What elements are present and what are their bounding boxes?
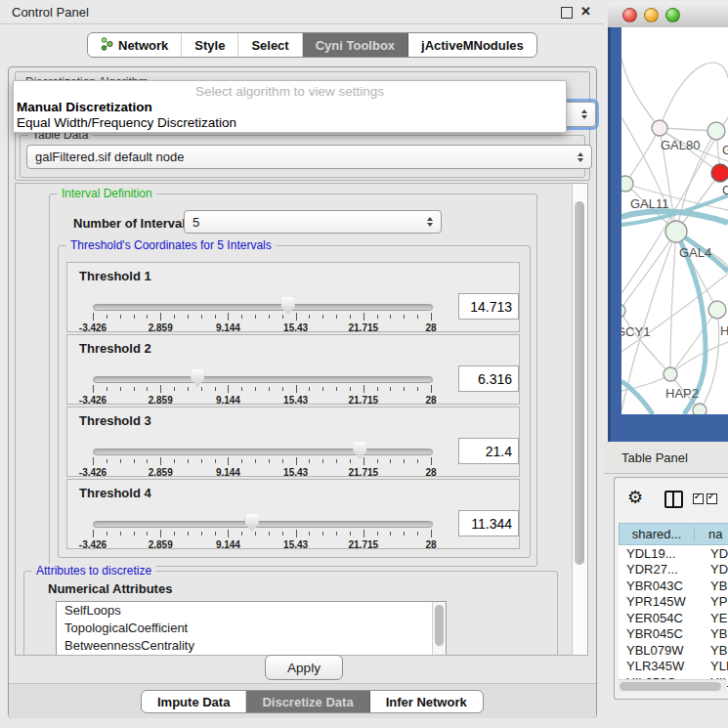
tick-labels: -3.4262.8599.14415.4321.71528 <box>93 395 431 407</box>
threshold-value-input[interactable] <box>458 438 519 464</box>
slider-track[interactable] <box>93 304 433 311</box>
table-data-combobox[interactable]: galFiltered.sif default node <box>26 145 592 169</box>
tab-label: Infer Network <box>386 695 467 709</box>
table-row[interactable]: YDL19... YDL1 <box>619 545 728 562</box>
list-scrollbar[interactable] <box>432 602 446 656</box>
threshold-slider[interactable]: -3.4262.8599.14415.4321.71528 <box>93 443 431 474</box>
dropdown-option-manual-discretization[interactable]: Manual Discretization <box>14 100 569 114</box>
threshold-value-input[interactable] <box>458 293 519 320</box>
slider-track[interactable] <box>93 521 433 528</box>
numerical-attributes-label: Numerical Attributes <box>48 581 172 596</box>
node-label: G <box>722 143 728 157</box>
node-red[interactable] <box>711 164 728 182</box>
panel-scrollbar[interactable] <box>572 184 587 655</box>
tick-labels: -3.4262.8599.14415.4321.71528 <box>93 539 431 551</box>
list-item[interactable]: SelfLoops <box>57 602 446 620</box>
threshold-label: Threshold 2 <box>79 341 151 356</box>
node-label: GAL4 <box>679 245 711 260</box>
tab-label: Discretize Data <box>262 695 353 709</box>
tab-select[interactable]: Select <box>238 33 302 57</box>
tab-impute-data[interactable]: Impute Data <box>142 691 246 712</box>
threshold-slider[interactable]: -3.4262.8599.14415.4321.71528 <box>93 370 431 402</box>
control-panel-title: Control Panel <box>12 5 89 20</box>
close-icon[interactable]: ✕ <box>580 4 591 19</box>
list-item[interactable]: TopologicalCoefficient <box>57 620 446 637</box>
dropdown-hint: Select algorithm to view settings <box>14 84 566 99</box>
settings-scroll-panel: Interval Definition Number of Intervals … <box>15 183 588 656</box>
table-panel-title: Table Panel <box>621 450 688 465</box>
threshold-slider[interactable]: -3.4262.8599.14415.4321.71528 <box>93 515 431 546</box>
table-row[interactable]: YBL079W YBL0 <box>619 642 728 659</box>
node-label: GAL11 <box>630 196 669 211</box>
node-gal4[interactable] <box>665 221 687 242</box>
list-item[interactable]: BetweennessCentrality <box>57 637 446 655</box>
threshold-value-input[interactable] <box>458 510 519 536</box>
tick-scale <box>93 457 431 467</box>
node-label: GAL80 <box>661 138 700 152</box>
close-traffic-light[interactable] <box>622 8 637 22</box>
tab-style[interactable]: Style <box>182 33 238 57</box>
checkbox-icon[interactable] <box>693 493 704 504</box>
threshold-slider[interactable]: -3.4262.8599.14415.4321.71528 <box>93 298 431 329</box>
slider-track[interactable] <box>93 449 433 455</box>
num-intervals-combobox[interactable]: 5 <box>184 210 442 234</box>
tab-discretize-data[interactable]: Discretize Data <box>246 691 369 712</box>
interval-definition-group: Interval Definition Number of Intervals … <box>49 193 537 567</box>
tab-label: Style <box>194 38 225 53</box>
node-gcy1[interactable] <box>621 304 625 318</box>
node-label: C <box>722 183 728 197</box>
tab-infer-network[interactable]: Infer Network <box>370 691 483 712</box>
attributes-list: SelfLoops TopologicalCoefficient Between… <box>56 601 447 656</box>
column-header[interactable]: shared... <box>620 527 695 541</box>
threshold-label: Threshold 1 <box>79 269 151 283</box>
network-canvas[interactable]: GAL80 G C GAL11 GAL4 GCY1 H HAP2 <box>621 27 728 414</box>
apply-button[interactable]: Apply <box>265 655 343 680</box>
thresholds-group-title: Threshold's Coordinates for 5 Intervals <box>66 238 276 252</box>
node-h[interactable] <box>708 301 726 319</box>
bottom-tab-bar: Impute Data Discretize Data Infer Networ… <box>141 690 484 713</box>
gear-icon[interactable]: ⚙ <box>627 487 643 508</box>
network-icon <box>101 37 113 54</box>
threshold-box: Threshold 4 -3.4262.8599.14415.4321.7152… <box>66 479 520 549</box>
threshold-value-input[interactable] <box>458 365 519 392</box>
tick-scale <box>93 385 431 395</box>
node-partial[interactable] <box>693 404 707 414</box>
num-intervals-value: 5 <box>193 215 199 230</box>
tab-jactivemnodules[interactable]: jActiveMNodules <box>408 33 536 57</box>
column-selector-icon[interactable] <box>664 491 683 508</box>
num-intervals-label: Number of Intervals <box>73 216 193 231</box>
zoom-traffic-light[interactable] <box>665 8 680 22</box>
checkbox-icon[interactable] <box>707 493 717 504</box>
network-window-titlebar <box>608 2 728 28</box>
tick-scale <box>93 313 431 322</box>
minimize-traffic-light[interactable] <box>644 8 659 22</box>
threshold-label: Threshold 3 <box>79 413 151 428</box>
node-label: HAP2 <box>665 386 699 401</box>
tab-label: Cyni Toolbox <box>316 38 395 53</box>
table-row[interactable]: YPR145W YPR1 <box>619 594 728 611</box>
table-panel-titlebar: Table Panel <box>604 442 728 474</box>
table-panel-window: ⚙ shared... na YDL19... YDL1 YDR27... YD… <box>614 477 728 700</box>
attributes-group: Attributes to discretize Numerical Attri… <box>23 571 558 656</box>
tab-network[interactable]: Network <box>88 33 182 57</box>
combo-arrows-icon <box>578 152 583 162</box>
node-hap2[interactable] <box>664 367 677 381</box>
threshold-box: Threshold 1 -3.4262.8599.14415.4321.7152… <box>66 262 520 332</box>
table-row[interactable]: YER054C YER0 <box>619 610 728 626</box>
float-window-icon[interactable] <box>561 7 573 19</box>
table-horizontal-scrollbar[interactable] <box>618 679 727 693</box>
dropdown-option-equal-width[interactable]: Equal Width/Frequency Discretization <box>14 115 569 130</box>
node-gal80[interactable] <box>652 120 667 136</box>
column-header[interactable]: na <box>695 527 722 541</box>
table-row[interactable]: YLR345W YLR3 <box>619 659 728 675</box>
slider-track[interactable] <box>93 376 433 383</box>
node-gal11[interactable] <box>621 176 633 192</box>
node-label: GCY1 <box>621 324 650 339</box>
table-row[interactable]: YDR27... YDR2 <box>619 562 728 578</box>
table-row[interactable]: YBR043C YBR0 <box>619 578 728 594</box>
tab-cyni-toolbox[interactable]: Cyni Toolbox <box>303 33 408 57</box>
node-g[interactable] <box>707 122 725 140</box>
combo-arrows-icon <box>581 109 587 119</box>
algorithm-dropdown-popup: Select algorithm to view settings Manual… <box>13 80 567 133</box>
table-row[interactable]: YBR045C YBR0 <box>619 626 728 643</box>
